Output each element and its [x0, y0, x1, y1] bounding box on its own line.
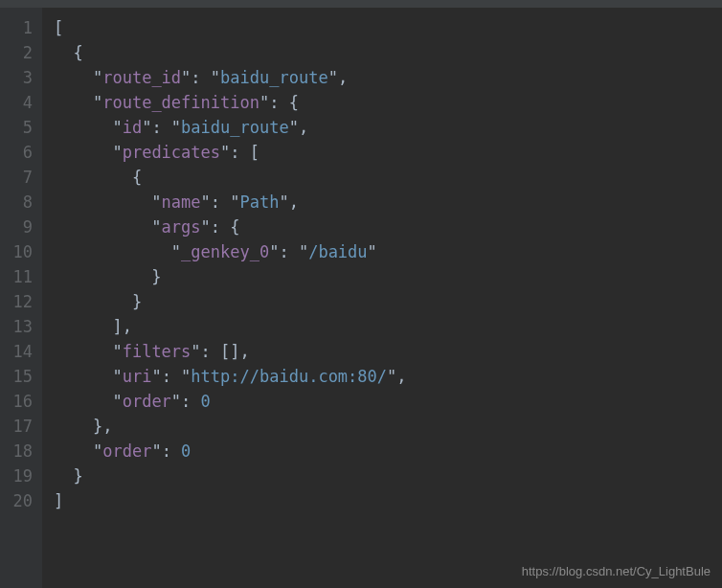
editor-top-bar [0, 0, 722, 8]
token-num: 0 [181, 441, 191, 461]
code-line[interactable]: "filters": [], [54, 339, 722, 364]
line-number: 4 [6, 90, 33, 115]
token-punct: ": " [151, 367, 191, 386]
token-punct: " [171, 242, 181, 261]
code-line[interactable]: [ [54, 15, 722, 40]
line-number: 3 [6, 65, 33, 90]
token-punct: " [93, 68, 102, 87]
token-punct: " [112, 342, 122, 361]
token-punct: [ [54, 18, 63, 37]
token-punct: ", [279, 192, 298, 212]
token-punct: " [112, 367, 122, 386]
code-line[interactable]: "args": { [54, 215, 722, 239]
token-key: order [102, 441, 151, 461]
line-number: 9 [6, 215, 33, 239]
token-punct: ": [ [220, 143, 259, 162]
token-punct: " [368, 242, 377, 261]
line-number: 6 [6, 140, 33, 165]
token-punct: ": [], [191, 342, 249, 361]
token-punct: ], [112, 317, 131, 336]
code-line[interactable]: { [54, 165, 722, 190]
token-punct: " [112, 392, 122, 411]
code-line[interactable]: "order": 0 [54, 439, 722, 464]
token-punct: " [112, 118, 122, 137]
code-line[interactable]: } [54, 464, 722, 488]
token-punct: " [93, 93, 102, 112]
line-number: 7 [6, 165, 33, 190]
token-key: predicates [123, 143, 220, 162]
line-number: 16 [6, 389, 33, 414]
token-punct: ", [387, 367, 406, 386]
token-punct: ": " [201, 192, 240, 212]
token-punct: ": { [201, 217, 240, 237]
token-punct: } [73, 466, 82, 486]
watermark: https://blog.csdn.net/Cy_LightBule [522, 564, 711, 578]
token-punct: ": [171, 392, 201, 411]
token-punct: }, [93, 417, 112, 436]
token-key: _genkey_0 [181, 242, 269, 261]
line-number: 17 [6, 414, 33, 439]
token-str-link: http://baidu.com:80/ [191, 367, 387, 386]
token-key: name [162, 192, 201, 212]
token-key: route_definition [102, 93, 259, 112]
code-line[interactable]: "route_definition": { [54, 90, 722, 115]
code-line[interactable]: "predicates": [ [54, 140, 722, 165]
line-number: 13 [6, 314, 33, 339]
code-line[interactable]: ], [54, 314, 722, 339]
token-punct: ", [289, 118, 308, 137]
token-str-link: baidu_route [220, 68, 328, 87]
token-key: order [123, 392, 171, 411]
code-area[interactable]: [ { "route_id": "baidu_route", "route_de… [42, 8, 722, 588]
gutter: 1234567891011121314151617181920 [0, 8, 42, 588]
token-punct: ] [54, 491, 63, 510]
token-punct: " [151, 192, 161, 212]
token-str-link: baidu_route [181, 118, 289, 137]
token-key: args [162, 217, 201, 237]
token-punct: ": " [142, 118, 181, 137]
code-line[interactable]: "route_id": "baidu_route", [54, 65, 722, 90]
token-punct: ": [151, 441, 181, 461]
line-number: 18 [6, 439, 33, 464]
line-number: 19 [6, 464, 33, 488]
code-line[interactable]: "uri": "http://baidu.com:80/", [54, 364, 722, 389]
line-number: 12 [6, 289, 33, 314]
token-punct: " [93, 441, 102, 461]
code-line[interactable]: "id": "baidu_route", [54, 115, 722, 140]
code-line[interactable]: ] [54, 488, 722, 513]
code-line[interactable]: } [54, 264, 722, 289]
code-line[interactable]: "name": "Path", [54, 190, 722, 215]
token-punct: } [151, 267, 161, 286]
token-num: 0 [201, 392, 211, 411]
token-punct: " [151, 217, 161, 237]
line-number: 10 [6, 239, 33, 264]
token-key: route_id [102, 68, 181, 87]
token-punct: ": " [269, 242, 308, 261]
line-number: 20 [6, 488, 33, 513]
token-punct: ": { [259, 93, 299, 112]
token-str-link: /baidu [308, 242, 367, 261]
line-number: 11 [6, 264, 33, 289]
line-number: 15 [6, 364, 33, 389]
token-punct: ": " [181, 68, 220, 87]
token-punct: " [112, 143, 122, 162]
token-punct: } [132, 292, 142, 311]
token-punct: { [73, 43, 82, 62]
code-line[interactable]: { [54, 40, 722, 65]
line-number: 8 [6, 190, 33, 215]
token-punct: { [132, 168, 142, 187]
line-number: 1 [6, 15, 33, 40]
token-key: id [123, 118, 142, 137]
line-number: 2 [6, 40, 33, 65]
code-line[interactable]: } [54, 289, 722, 314]
token-key: filters [123, 342, 192, 361]
line-number: 14 [6, 339, 33, 364]
code-line[interactable]: }, [54, 414, 722, 439]
token-punct: ", [328, 68, 348, 87]
token-key: uri [123, 367, 152, 386]
code-line[interactable]: "order": 0 [54, 389, 722, 414]
code-editor: 1234567891011121314151617181920 [ { "rou… [0, 8, 722, 588]
code-line[interactable]: "_genkey_0": "/baidu" [54, 239, 722, 264]
line-number: 5 [6, 115, 33, 140]
token-str-link: Path [240, 192, 280, 212]
